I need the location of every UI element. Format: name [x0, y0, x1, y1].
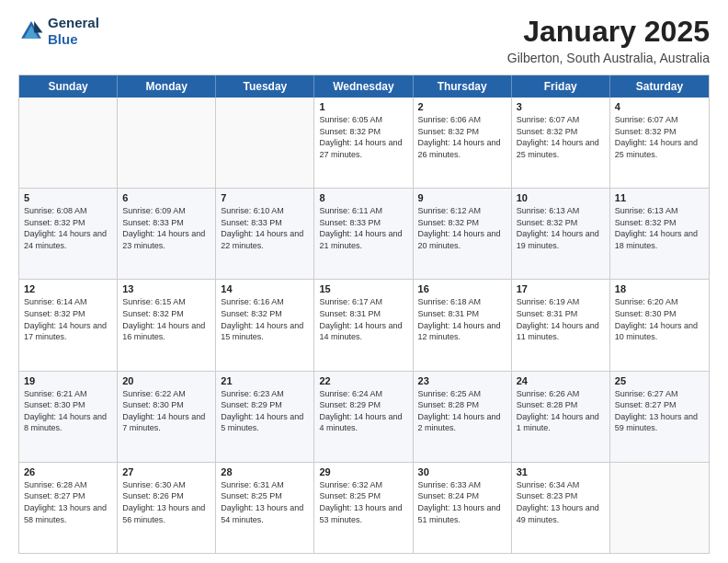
- weekday-header: Friday: [512, 75, 610, 98]
- calendar-cell: 20Sunrise: 6:22 AM Sunset: 8:30 PM Dayli…: [118, 372, 216, 462]
- cell-sun-info: Sunrise: 6:06 AM Sunset: 8:32 PM Dayligh…: [418, 114, 506, 160]
- logo: General Blue: [18, 15, 99, 48]
- cell-sun-info: Sunrise: 6:21 AM Sunset: 8:30 PM Dayligh…: [24, 388, 112, 434]
- svg-marker-2: [34, 21, 42, 32]
- cell-sun-info: Sunrise: 6:24 AM Sunset: 8:29 PM Dayligh…: [319, 388, 407, 434]
- logo-icon: [18, 18, 44, 44]
- cell-sun-info: Sunrise: 6:09 AM Sunset: 8:33 PM Dayligh…: [122, 205, 210, 251]
- calendar-cell: 2Sunrise: 6:06 AM Sunset: 8:32 PM Daylig…: [414, 98, 512, 188]
- calendar-cell: 8Sunrise: 6:11 AM Sunset: 8:33 PM Daylig…: [314, 189, 413, 279]
- calendar-cell: [118, 98, 216, 188]
- cell-sun-info: Sunrise: 6:15 AM Sunset: 8:32 PM Dayligh…: [122, 296, 210, 342]
- cell-sun-info: Sunrise: 6:26 AM Sunset: 8:28 PM Dayligh…: [517, 388, 605, 434]
- cell-sun-info: Sunrise: 6:11 AM Sunset: 8:33 PM Dayligh…: [319, 205, 407, 251]
- cell-date-number: 18: [615, 283, 704, 294]
- cell-sun-info: Sunrise: 6:30 AM Sunset: 8:26 PM Dayligh…: [122, 479, 210, 525]
- weekday-header: Tuesday: [216, 75, 314, 98]
- cell-date-number: 29: [319, 466, 407, 477]
- cell-sun-info: Sunrise: 6:22 AM Sunset: 8:30 PM Dayligh…: [122, 388, 210, 434]
- cell-sun-info: Sunrise: 6:18 AM Sunset: 8:31 PM Dayligh…: [418, 296, 506, 342]
- cell-sun-info: Sunrise: 6:13 AM Sunset: 8:32 PM Dayligh…: [517, 205, 605, 251]
- calendar-row: 19Sunrise: 6:21 AM Sunset: 8:30 PM Dayli…: [19, 372, 709, 463]
- calendar-cell: [19, 98, 118, 188]
- calendar-cell: 19Sunrise: 6:21 AM Sunset: 8:30 PM Dayli…: [19, 372, 118, 462]
- cell-date-number: 20: [122, 375, 210, 386]
- cell-date-number: 31: [517, 466, 605, 477]
- calendar-cell: 25Sunrise: 6:27 AM Sunset: 8:27 PM Dayli…: [610, 372, 709, 462]
- calendar-cell: 15Sunrise: 6:17 AM Sunset: 8:31 PM Dayli…: [314, 280, 413, 370]
- cell-date-number: 10: [517, 192, 605, 203]
- calendar-cell: 7Sunrise: 6:10 AM Sunset: 8:33 PM Daylig…: [216, 189, 314, 279]
- cell-date-number: 4: [615, 101, 704, 112]
- cell-sun-info: Sunrise: 6:05 AM Sunset: 8:32 PM Dayligh…: [319, 114, 407, 160]
- weekday-header: Monday: [118, 75, 216, 98]
- calendar-cell: 3Sunrise: 6:07 AM Sunset: 8:32 PM Daylig…: [512, 98, 610, 188]
- cell-date-number: 12: [24, 283, 112, 294]
- cell-date-number: 13: [122, 283, 210, 294]
- cell-sun-info: Sunrise: 6:27 AM Sunset: 8:27 PM Dayligh…: [615, 388, 704, 434]
- calendar-cell: 26Sunrise: 6:28 AM Sunset: 8:27 PM Dayli…: [19, 463, 118, 553]
- cell-date-number: 27: [122, 466, 210, 477]
- calendar-cell: [216, 98, 314, 188]
- logo-text: General Blue: [48, 15, 99, 48]
- cell-sun-info: Sunrise: 6:20 AM Sunset: 8:30 PM Dayligh…: [615, 296, 704, 342]
- calendar-body: 1Sunrise: 6:05 AM Sunset: 8:32 PM Daylig…: [19, 98, 709, 553]
- calendar-cell: 12Sunrise: 6:14 AM Sunset: 8:32 PM Dayli…: [19, 280, 118, 370]
- cell-date-number: 22: [319, 375, 407, 386]
- weekday-header: Saturday: [610, 75, 709, 98]
- calendar-cell: 5Sunrise: 6:08 AM Sunset: 8:32 PM Daylig…: [19, 189, 118, 279]
- calendar-cell: 30Sunrise: 6:33 AM Sunset: 8:24 PM Dayli…: [414, 463, 512, 553]
- cell-date-number: 1: [319, 101, 407, 112]
- calendar-header: SundayMondayTuesdayWednesdayThursdayFrid…: [19, 75, 709, 98]
- calendar-cell: 10Sunrise: 6:13 AM Sunset: 8:32 PM Dayli…: [512, 189, 610, 279]
- calendar-cell: 11Sunrise: 6:13 AM Sunset: 8:32 PM Dayli…: [610, 189, 709, 279]
- calendar-cell: 4Sunrise: 6:07 AM Sunset: 8:32 PM Daylig…: [610, 98, 709, 188]
- month-title: January 2025: [507, 15, 710, 49]
- cell-sun-info: Sunrise: 6:10 AM Sunset: 8:33 PM Dayligh…: [221, 205, 309, 251]
- weekday-header: Sunday: [19, 75, 118, 98]
- calendar-cell: 16Sunrise: 6:18 AM Sunset: 8:31 PM Dayli…: [414, 280, 512, 370]
- cell-date-number: 14: [221, 283, 309, 294]
- calendar-row: 1Sunrise: 6:05 AM Sunset: 8:32 PM Daylig…: [19, 98, 709, 189]
- cell-sun-info: Sunrise: 6:33 AM Sunset: 8:24 PM Dayligh…: [418, 479, 506, 525]
- cell-sun-info: Sunrise: 6:31 AM Sunset: 8:25 PM Dayligh…: [221, 479, 309, 525]
- cell-date-number: 26: [24, 466, 112, 477]
- cell-date-number: 17: [517, 283, 605, 294]
- weekday-header: Wednesday: [314, 75, 413, 98]
- cell-sun-info: Sunrise: 6:23 AM Sunset: 8:29 PM Dayligh…: [221, 388, 309, 434]
- cell-date-number: 28: [221, 466, 309, 477]
- cell-date-number: 6: [122, 192, 210, 203]
- calendar-row: 12Sunrise: 6:14 AM Sunset: 8:32 PM Dayli…: [19, 280, 709, 371]
- calendar: SundayMondayTuesdayWednesdayThursdayFrid…: [18, 75, 710, 554]
- calendar-row: 5Sunrise: 6:08 AM Sunset: 8:32 PM Daylig…: [19, 189, 709, 280]
- cell-date-number: 2: [418, 101, 506, 112]
- location-subtitle: Gilberton, South Australia, Australia: [507, 51, 710, 65]
- cell-sun-info: Sunrise: 6:07 AM Sunset: 8:32 PM Dayligh…: [517, 114, 605, 160]
- calendar-cell: 21Sunrise: 6:23 AM Sunset: 8:29 PM Dayli…: [216, 372, 314, 462]
- cell-date-number: 23: [418, 375, 506, 386]
- cell-sun-info: Sunrise: 6:25 AM Sunset: 8:28 PM Dayligh…: [418, 388, 506, 434]
- calendar-cell: 18Sunrise: 6:20 AM Sunset: 8:30 PM Dayli…: [610, 280, 709, 370]
- cell-date-number: 8: [319, 192, 407, 203]
- calendar-cell: 23Sunrise: 6:25 AM Sunset: 8:28 PM Dayli…: [414, 372, 512, 462]
- cell-date-number: 11: [615, 192, 704, 203]
- calendar-cell: 1Sunrise: 6:05 AM Sunset: 8:32 PM Daylig…: [314, 98, 413, 188]
- cell-date-number: 30: [418, 466, 506, 477]
- calendar-cell: 14Sunrise: 6:16 AM Sunset: 8:32 PM Dayli…: [216, 280, 314, 370]
- calendar-row: 26Sunrise: 6:28 AM Sunset: 8:27 PM Dayli…: [19, 463, 709, 553]
- calendar-cell: 27Sunrise: 6:30 AM Sunset: 8:26 PM Dayli…: [118, 463, 216, 553]
- cell-date-number: 5: [24, 192, 112, 203]
- cell-date-number: 15: [319, 283, 407, 294]
- calendar-cell: 28Sunrise: 6:31 AM Sunset: 8:25 PM Dayli…: [216, 463, 314, 553]
- cell-date-number: 9: [418, 192, 506, 203]
- cell-sun-info: Sunrise: 6:12 AM Sunset: 8:32 PM Dayligh…: [418, 205, 506, 251]
- calendar-cell: 29Sunrise: 6:32 AM Sunset: 8:25 PM Dayli…: [314, 463, 413, 553]
- cell-sun-info: Sunrise: 6:34 AM Sunset: 8:23 PM Dayligh…: [517, 479, 605, 525]
- cell-sun-info: Sunrise: 6:14 AM Sunset: 8:32 PM Dayligh…: [24, 296, 112, 342]
- cell-date-number: 25: [615, 375, 704, 386]
- cell-date-number: 3: [517, 101, 605, 112]
- cell-date-number: 24: [517, 375, 605, 386]
- cell-date-number: 19: [24, 375, 112, 386]
- cell-sun-info: Sunrise: 6:08 AM Sunset: 8:32 PM Dayligh…: [24, 205, 112, 251]
- cell-sun-info: Sunrise: 6:13 AM Sunset: 8:32 PM Dayligh…: [615, 205, 704, 251]
